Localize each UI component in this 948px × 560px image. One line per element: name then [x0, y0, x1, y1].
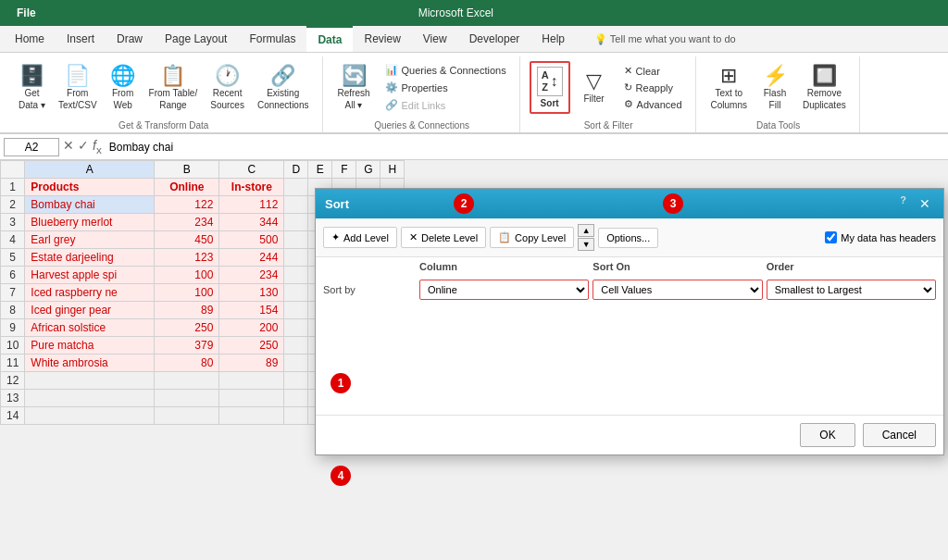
properties-button[interactable]: ⚙️ Properties — [380, 80, 512, 95]
ok-button[interactable]: OK — [800, 423, 854, 447]
cell-b7[interactable]: 100 — [155, 284, 219, 302]
cell-b10[interactable]: 379 — [155, 337, 219, 355]
add-level-button[interactable]: ✦ Add Level — [323, 227, 397, 248]
clear-button[interactable]: ✕ Clear — [618, 63, 688, 79]
my-data-headers-checkbox[interactable] — [825, 231, 837, 243]
cell-d8[interactable] — [284, 302, 308, 319]
cell-b1[interactable]: Online — [155, 179, 219, 196]
formula-input[interactable]: Bombay chai — [106, 139, 944, 156]
cell-d4[interactable] — [284, 231, 308, 249]
cell-b2[interactable]: 122 — [155, 196, 219, 214]
cell-b6[interactable]: 100 — [155, 267, 219, 284]
cell-d1[interactable] — [284, 179, 308, 196]
tab-home[interactable]: Home — [4, 26, 56, 52]
cell-a7[interactable]: Iced raspberry ne — [25, 284, 155, 302]
refresh-all-button[interactable]: 🔄 Refresh All ▾ — [332, 62, 376, 114]
tab-draw[interactable]: Draw — [106, 26, 154, 52]
options-button[interactable]: Options... — [598, 228, 658, 248]
filter-button[interactable]: ▽ Filter — [576, 68, 613, 107]
tab-insert[interactable]: Insert — [56, 26, 106, 52]
tab-data[interactable]: Data — [306, 26, 353, 52]
cell-a10[interactable]: Pure matcha — [25, 337, 155, 355]
cell-c10[interactable]: 250 — [219, 337, 284, 355]
cell-a4[interactable]: Earl grey — [25, 231, 155, 249]
tab-formulas[interactable]: Formulas — [238, 26, 306, 52]
col-header-f[interactable]: F — [332, 161, 356, 179]
col-header-e[interactable]: E — [308, 161, 332, 179]
cell-b4[interactable]: 450 — [155, 231, 219, 249]
tab-page-layout[interactable]: Page Layout — [154, 26, 238, 52]
cell-a14[interactable] — [25, 407, 155, 425]
tab-review[interactable]: Review — [353, 26, 411, 52]
cell-a3[interactable]: Blueberry merlot — [25, 214, 155, 231]
cell-c2[interactable]: 112 — [219, 196, 284, 214]
move-down-button[interactable]: ▼ — [578, 238, 594, 251]
cell-d6[interactable] — [284, 267, 308, 284]
cell-d11[interactable] — [284, 355, 308, 372]
cell-d3[interactable] — [284, 214, 308, 231]
text-to-columns-button[interactable]: ⊞ Text to Columns — [705, 62, 753, 114]
col-header-a[interactable]: A — [25, 161, 155, 179]
sort-button[interactable]: AZ ↕ Sort — [530, 61, 570, 114]
cell-d10[interactable] — [284, 337, 308, 355]
tab-developer[interactable]: Developer — [458, 26, 531, 52]
file-button[interactable]: File — [7, 3, 45, 23]
col-header-d[interactable]: D — [284, 161, 308, 179]
col-header-h[interactable]: H — [380, 161, 405, 179]
sort-by-column-select[interactable]: Products Online In-store — [419, 280, 589, 300]
delete-level-button[interactable]: ✕ Delete Level — [401, 227, 486, 248]
cell-c7[interactable]: 130 — [219, 284, 284, 302]
col-header-g[interactable]: G — [356, 161, 380, 179]
col-header-b[interactable]: B — [155, 161, 219, 179]
cell-a5[interactable]: Estate darjeeling — [25, 249, 155, 267]
remove-duplicates-button[interactable]: 🔲 Remove Duplicates — [797, 62, 852, 114]
order-select[interactable]: Smallest to Largest Largest to Smallest … — [767, 280, 936, 300]
cell-c3[interactable]: 344 — [219, 214, 284, 231]
copy-level-button[interactable]: 📋 Copy Level — [490, 227, 574, 248]
cell-c5[interactable]: 244 — [219, 249, 284, 267]
tab-help[interactable]: Help — [530, 26, 576, 52]
cell-d5[interactable] — [284, 249, 308, 267]
tab-view[interactable]: View — [412, 26, 458, 52]
cell-a12[interactable] — [25, 372, 155, 390]
col-header-c[interactable]: C — [219, 161, 284, 179]
cancel-button[interactable]: Cancel — [863, 423, 936, 447]
cell-b5[interactable]: 123 — [155, 249, 219, 267]
cell-b3[interactable]: 234 — [155, 214, 219, 231]
cell-a8[interactable]: Iced ginger pear — [25, 302, 155, 319]
cell-d7[interactable] — [284, 284, 308, 302]
cell-b8[interactable]: 89 — [155, 302, 219, 319]
cell-a1[interactable]: Products — [25, 179, 155, 196]
cell-a2[interactable]: Bombay chai — [25, 196, 155, 214]
sort-on-select[interactable]: Cell Values Cell Color Font Color Cell I… — [592, 280, 762, 300]
cell-d2[interactable] — [284, 196, 308, 214]
cell-c8[interactable]: 154 — [219, 302, 284, 319]
get-data-button[interactable]: 🗄️ Get Data ▾ — [13, 62, 51, 114]
cell-d9[interactable] — [284, 319, 308, 337]
cell-c12[interactable] — [219, 372, 284, 390]
cell-b9[interactable]: 250 — [155, 319, 219, 337]
flash-fill-button[interactable]: ⚡ Flash Fill — [756, 62, 793, 114]
dialog-close-button[interactable]: ✕ — [916, 194, 934, 213]
cell-c9[interactable]: 200 — [219, 319, 284, 337]
edit-links-button[interactable]: 🔗 Edit Links — [380, 97, 512, 113]
existing-connections-button[interactable]: 🔗 Existing Connections — [252, 62, 315, 114]
from-web-button[interactable]: 🌐 From Web — [105, 62, 142, 114]
recent-sources-button[interactable]: 🕐 Recent Sources — [205, 62, 250, 114]
cell-a9[interactable]: African solstice — [25, 319, 155, 337]
cell-a6[interactable]: Harvest apple spi — [25, 267, 155, 284]
from-table-range-button[interactable]: 📋 From Table/ Range — [143, 62, 204, 114]
advanced-button[interactable]: ⚙ Advanced — [618, 96, 688, 112]
cell-a13[interactable] — [25, 390, 155, 407]
cell-reference[interactable]: A2 — [4, 138, 59, 156]
cell-c4[interactable]: 500 — [219, 231, 284, 249]
cell-c6[interactable]: 234 — [219, 267, 284, 284]
reapply-button[interactable]: ↻ Reapply — [618, 80, 688, 95]
move-up-button[interactable]: ▲ — [578, 224, 594, 237]
queries-connections-button[interactable]: 📊 Queries & Connections — [380, 62, 512, 78]
cell-b11[interactable]: 80 — [155, 355, 219, 372]
cell-c11[interactable]: 89 — [219, 355, 284, 372]
from-text-csv-button[interactable]: 📄 From Text/CSV — [53, 62, 103, 114]
cell-a11[interactable]: White ambrosia — [25, 355, 155, 372]
cell-c1[interactable]: In-store — [219, 179, 284, 196]
